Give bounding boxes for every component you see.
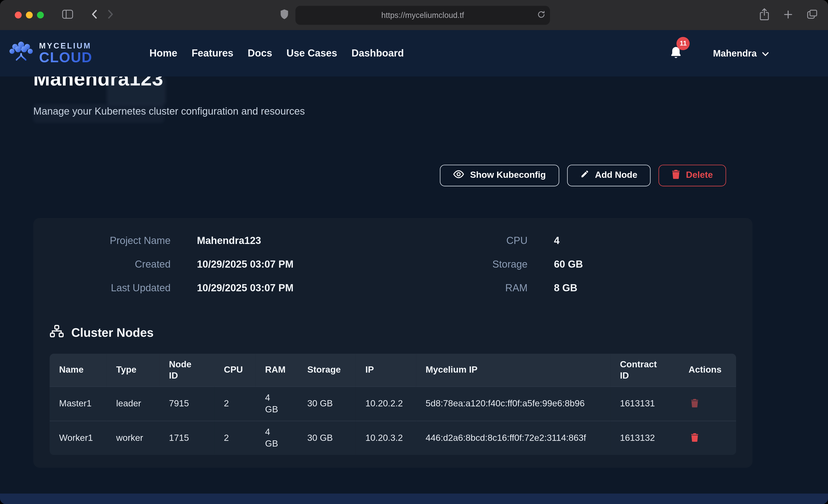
cluster-actions: Show Kubeconfig Add Node Delete bbox=[33, 165, 726, 186]
col-mycelium-ip: Mycelium IP bbox=[416, 353, 611, 387]
traffic-lights bbox=[15, 12, 44, 18]
refresh-icon bbox=[537, 10, 545, 20]
notifications-button[interactable]: 11 bbox=[670, 46, 682, 61]
detail-value: 10/29/2025 03:07 PM bbox=[197, 281, 355, 295]
cell-ram: 4 GB bbox=[255, 386, 298, 421]
chevron-down-icon bbox=[762, 48, 769, 59]
refresh-button[interactable] bbox=[535, 8, 547, 22]
col-node-id: Node ID bbox=[160, 353, 214, 387]
add-node-button[interactable]: Add Node bbox=[567, 165, 651, 186]
cell-storage: 30 GB bbox=[298, 386, 356, 421]
scale-wrapper: https://myceliumcloud.tf bbox=[0, 0, 828, 504]
cell-type: leader bbox=[107, 386, 160, 421]
forward-button[interactable] bbox=[106, 7, 116, 23]
detail-label: Project Name bbox=[50, 234, 170, 247]
browser-chrome: https://myceliumcloud.tf bbox=[0, 0, 828, 30]
logo-line-1: MYCELIUM bbox=[39, 42, 92, 50]
share-icon bbox=[759, 8, 770, 22]
cluster-nodes-icon bbox=[50, 324, 64, 341]
close-window-button[interactable] bbox=[15, 12, 22, 18]
sidebar-icon bbox=[62, 9, 74, 20]
detail-value: Mahendra123 bbox=[197, 234, 355, 247]
detail-value: 10/29/2025 03:07 PM bbox=[197, 257, 355, 271]
tab-overview-button[interactable] bbox=[805, 7, 820, 23]
share-button[interactable] bbox=[757, 6, 772, 24]
main-content: Mahendra123 Manage your Kubernetes clust… bbox=[0, 68, 828, 467]
address-input[interactable]: https://myceliumcloud.tf bbox=[295, 5, 550, 25]
cell-cpu: 2 bbox=[214, 386, 255, 421]
cell-storage: 30 GB bbox=[298, 421, 356, 455]
delete-label: Delete bbox=[686, 170, 713, 180]
user-name: Mahendra bbox=[713, 48, 757, 59]
detail-label: CPU bbox=[382, 234, 527, 247]
cell-actions bbox=[679, 386, 736, 421]
minimize-window-button[interactable] bbox=[26, 12, 33, 18]
detail-value: 60 GB bbox=[554, 257, 736, 271]
col-storage: Storage bbox=[298, 353, 356, 387]
nav-link-features[interactable]: Features bbox=[192, 48, 234, 59]
nav-link-dashboard[interactable]: Dashboard bbox=[351, 48, 404, 59]
main-nav: Home Features Docs Use Cases Dashboard bbox=[150, 48, 404, 59]
logo-text: MYCELIUM CLOUD bbox=[39, 42, 92, 65]
col-type: Type bbox=[107, 353, 160, 387]
show-kubeconfig-button[interactable]: Show Kubeconfig bbox=[440, 165, 559, 186]
cell-node-id: 1715 bbox=[160, 421, 214, 455]
cluster-nodes-heading: Cluster Nodes bbox=[50, 324, 736, 341]
pencil-icon bbox=[580, 170, 589, 181]
new-tab-button[interactable] bbox=[782, 8, 795, 22]
cell-contract-id: 1613131 bbox=[610, 386, 679, 421]
notification-badge: 11 bbox=[676, 37, 690, 50]
footer-strip bbox=[0, 494, 828, 504]
detail-value: 8 GB bbox=[554, 281, 736, 295]
zoom-window-button[interactable] bbox=[37, 12, 44, 18]
delete-node-button[interactable] bbox=[689, 432, 701, 444]
user-menu[interactable]: Mahendra bbox=[713, 48, 769, 59]
sidebar-toggle-button[interactable] bbox=[60, 7, 76, 23]
cluster-details-card: Project Name Mahendra123 CPU 4 Created 1… bbox=[33, 218, 753, 467]
details-grid: Project Name Mahendra123 CPU 4 Created 1… bbox=[50, 234, 736, 295]
show-kubeconfig-label: Show Kubeconfig bbox=[470, 170, 546, 180]
detail-value: 4 bbox=[554, 234, 736, 247]
plus-icon bbox=[784, 10, 793, 20]
nodes-table-wrap: Name Type Node ID CPU RAM Storage IP Myc… bbox=[50, 353, 736, 455]
page-subtitle: Manage your Kubernetes cluster configura… bbox=[33, 106, 753, 117]
col-ram: RAM bbox=[255, 353, 298, 387]
trash-icon bbox=[672, 169, 680, 181]
cell-name: Worker1 bbox=[50, 421, 107, 455]
cell-contract-id: 1613132 bbox=[610, 421, 679, 455]
web-page: MYCELIUM CLOUD Home Features Docs Use Ca… bbox=[0, 30, 828, 504]
delete-cluster-button[interactable]: Delete bbox=[658, 165, 726, 186]
col-cpu: CPU bbox=[214, 353, 255, 387]
privacy-shield-button[interactable] bbox=[278, 7, 291, 23]
cell-ram: 4 GB bbox=[255, 421, 298, 455]
logo-line-2: CLOUD bbox=[39, 50, 92, 65]
cell-node-id: 7915 bbox=[160, 386, 214, 421]
cell-type: worker bbox=[107, 421, 160, 455]
cell-name: Master1 bbox=[50, 386, 107, 421]
nav-link-docs[interactable]: Docs bbox=[248, 48, 272, 59]
chrome-right-buttons bbox=[757, 6, 820, 24]
back-button[interactable] bbox=[89, 7, 99, 23]
col-name: Name bbox=[50, 353, 107, 387]
table-header-row: Name Type Node ID CPU RAM Storage IP Myc… bbox=[50, 353, 736, 387]
detail-label: Storage bbox=[382, 257, 527, 271]
tabs-icon bbox=[807, 9, 818, 20]
site-header: MYCELIUM CLOUD Home Features Docs Use Ca… bbox=[0, 30, 828, 77]
delete-node-button[interactable] bbox=[689, 397, 701, 410]
cell-ip: 10.20.3.2 bbox=[356, 421, 416, 455]
detail-label: Last Updated bbox=[50, 281, 170, 295]
table-row: Master1 leader 7915 2 4 GB 30 GB 10.20.2… bbox=[50, 386, 736, 421]
mycelium-logo-icon bbox=[7, 40, 35, 67]
site-logo[interactable]: MYCELIUM CLOUD bbox=[7, 40, 92, 67]
nav-link-use-cases[interactable]: Use Cases bbox=[287, 48, 337, 59]
chevron-right-icon bbox=[108, 9, 114, 20]
table-row: Worker1 worker 1715 2 4 GB 30 GB 10.20.3… bbox=[50, 421, 736, 455]
add-node-label: Add Node bbox=[595, 170, 637, 180]
col-ip: IP bbox=[356, 353, 416, 387]
trash-icon bbox=[691, 401, 699, 409]
cell-mycelium-ip: 446:d2a6:8bcd:8c16:ff0f:72e2:3114:863f bbox=[416, 421, 611, 455]
cell-cpu: 2 bbox=[214, 421, 255, 455]
cluster-nodes-title: Cluster Nodes bbox=[71, 326, 154, 340]
browser-window: https://myceliumcloud.tf bbox=[0, 0, 828, 504]
nav-link-home[interactable]: Home bbox=[150, 48, 177, 59]
